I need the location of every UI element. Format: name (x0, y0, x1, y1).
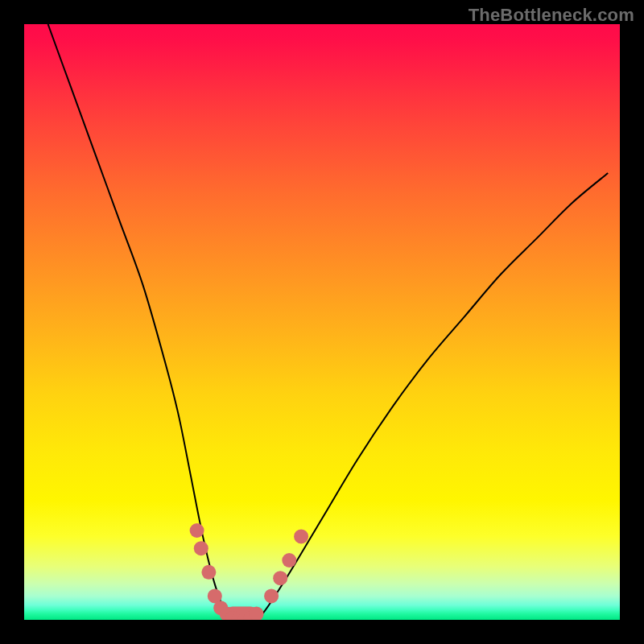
curve-marker (264, 588, 279, 603)
curve-marker (225, 611, 240, 620)
trough-capsule (225, 607, 258, 620)
curve-marker (237, 613, 252, 620)
bottleneck-curve (48, 24, 609, 620)
curve-marker (201, 565, 216, 580)
curve-marker (294, 529, 308, 543)
curve-marker (282, 553, 296, 568)
chart-frame: TheBottleneck.com (0, 0, 644, 644)
chart-svg (24, 24, 620, 620)
curve-marker (220, 607, 234, 620)
curve-marker (231, 613, 246, 620)
curve-marker (190, 523, 204, 538)
curve-marker (194, 541, 208, 555)
plot-area (24, 24, 620, 620)
curve-marker (250, 607, 264, 620)
curve-marker (273, 571, 287, 585)
watermark-text: TheBottleneck.com (469, 5, 634, 26)
curve-marker (213, 601, 228, 615)
curve-markers (190, 523, 309, 620)
curve-marker (208, 588, 222, 603)
curve-marker (243, 611, 258, 620)
